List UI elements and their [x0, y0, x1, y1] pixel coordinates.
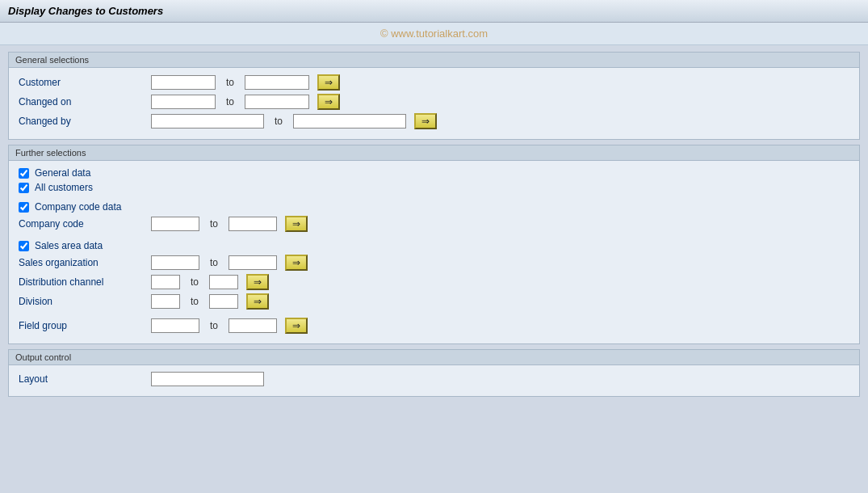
- all-customers-label: All customers: [35, 182, 93, 193]
- company-code-from-input[interactable]: [151, 217, 199, 231]
- changed-by-to-input[interactable]: [293, 114, 406, 129]
- field-group-from-input[interactable]: [151, 318, 199, 333]
- changed-on-label: Changed on: [19, 96, 148, 107]
- changed-by-from-input[interactable]: [151, 114, 264, 129]
- customer-label: Customer: [19, 77, 148, 88]
- general-data-checkbox[interactable]: [19, 168, 29, 179]
- all-customers-checkbox[interactable]: [19, 183, 29, 193]
- changed-by-row: Changed by to: [19, 113, 849, 129]
- sales-org-to-label: to: [206, 257, 222, 268]
- layout-row: Layout: [19, 372, 849, 386]
- field-group-to-input[interactable]: [229, 318, 277, 333]
- customer-arrow-button[interactable]: [317, 74, 340, 91]
- watermark: © www.tutorialkart.com: [0, 23, 868, 45]
- changed-on-to-input[interactable]: [245, 95, 309, 109]
- division-from-input[interactable]: [151, 294, 180, 309]
- general-selections-section: General selections Customer to Changed o…: [8, 52, 860, 140]
- company-code-arrow-button[interactable]: [285, 216, 308, 232]
- sales-org-from-input[interactable]: [151, 255, 199, 270]
- changed-by-label: Changed by: [19, 116, 148, 127]
- general-data-row: General data: [19, 167, 849, 179]
- division-to-label: to: [187, 296, 203, 307]
- dist-channel-to-input[interactable]: [209, 275, 238, 289]
- sales-area-data-label: Sales area data: [35, 240, 103, 251]
- division-row: Division to: [19, 293, 849, 310]
- company-code-data-checkbox-row: Company code data: [19, 201, 849, 213]
- changed-by-to-label: to: [270, 116, 287, 127]
- company-code-label: Company code: [19, 218, 148, 230]
- company-code-row: Company code to: [19, 216, 849, 232]
- field-group-row: Field group to: [19, 318, 849, 334]
- output-control-section: Output control Layout: [8, 349, 860, 397]
- sales-organization-row: Sales organization to: [19, 255, 849, 271]
- sales-org-arrow-button[interactable]: [285, 255, 308, 271]
- page-title: Display Changes to Customers: [0, 0, 868, 23]
- division-to-input[interactable]: [209, 294, 238, 309]
- changed-on-arrow-button[interactable]: [317, 94, 340, 110]
- changed-on-from-input[interactable]: [151, 95, 216, 109]
- general-data-label: General data: [35, 167, 90, 179]
- title-text: Display Changes to Customers: [8, 5, 163, 17]
- output-control-header: Output control: [9, 350, 859, 365]
- division-label: Division: [19, 296, 148, 307]
- division-arrow-button[interactable]: [246, 293, 269, 310]
- sales-area-data-checkbox[interactable]: [19, 241, 29, 251]
- customer-row: Customer to: [19, 74, 849, 91]
- distribution-channel-row: Distribution channel to: [19, 274, 849, 290]
- changed-on-to-label: to: [222, 96, 238, 107]
- customer-from-input[interactable]: [151, 75, 216, 90]
- further-selections-header: Further selections: [9, 145, 859, 161]
- field-group-arrow-button[interactable]: [285, 318, 308, 334]
- sales-area-data-checkbox-row: Sales area data: [19, 240, 849, 251]
- dist-channel-arrow-button[interactable]: [246, 274, 269, 290]
- dist-channel-from-input[interactable]: [151, 275, 180, 289]
- changed-on-row: Changed on to: [19, 94, 849, 110]
- company-code-to-label: to: [206, 218, 222, 230]
- field-group-to-label: to: [206, 320, 222, 331]
- layout-label: Layout: [19, 373, 148, 385]
- company-code-data-label: Company code data: [35, 201, 121, 213]
- company-code-data-checkbox[interactable]: [19, 202, 29, 213]
- dist-channel-to-label: to: [187, 276, 203, 288]
- all-customers-row: All customers: [19, 182, 849, 193]
- field-group-label: Field group: [19, 320, 148, 331]
- distribution-channel-label: Distribution channel: [19, 276, 148, 288]
- general-selections-header: General selections: [9, 53, 859, 68]
- further-selections-section: Further selections General data All cust…: [8, 145, 860, 344]
- layout-input[interactable]: [151, 372, 264, 386]
- customer-to-input[interactable]: [245, 75, 309, 90]
- company-code-to-input[interactable]: [229, 217, 277, 231]
- sales-organization-label: Sales organization: [19, 257, 148, 268]
- changed-by-arrow-button[interactable]: [414, 113, 437, 129]
- sales-org-to-input[interactable]: [229, 255, 277, 270]
- customer-to-label: to: [222, 77, 238, 88]
